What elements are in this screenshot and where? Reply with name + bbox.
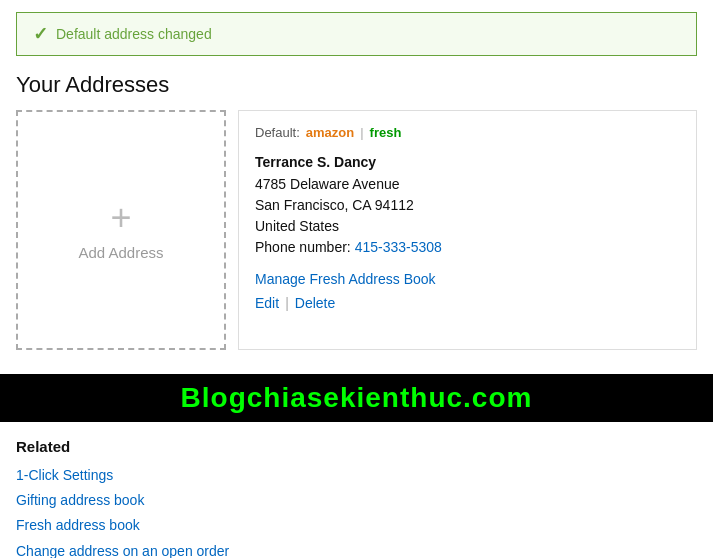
address-actions: Manage Fresh Address Book Edit | Delete	[255, 271, 680, 311]
phone-label: Phone number:	[255, 239, 351, 255]
edit-link[interactable]: Edit	[255, 295, 279, 311]
tab-divider: |	[360, 125, 363, 140]
related-link-gifting[interactable]: Gifting address book	[16, 488, 697, 513]
address-name: Terrance S. Dancy	[255, 154, 680, 170]
amazon-logo-text: amazon	[306, 125, 354, 140]
fresh-tab[interactable]: fresh	[370, 125, 402, 140]
default-tabs-row: Default: amazon | fresh	[255, 125, 680, 140]
related-link-change-order[interactable]: Change address on an open order	[16, 539, 697, 558]
plus-icon: +	[110, 200, 131, 236]
phone-link[interactable]: 415-333-5308	[355, 239, 442, 255]
address-line2: San Francisco, CA 94112	[255, 195, 680, 216]
amazon-tab[interactable]: amazon	[306, 125, 354, 140]
address-cards-container: + Add Address Default: amazon | fresh Te…	[16, 110, 697, 350]
edit-delete-row: Edit | Delete	[255, 295, 680, 311]
address-phone: Phone number: 415-333-5308	[255, 239, 680, 255]
success-message: Default address changed	[56, 26, 212, 42]
delete-link[interactable]: Delete	[295, 295, 335, 311]
related-section: Related 1-Click Settings Gifting address…	[16, 438, 697, 558]
action-pipe: |	[285, 295, 289, 311]
address-detail-card: Default: amazon | fresh Terrance S. Danc…	[238, 110, 697, 350]
related-title: Related	[16, 438, 697, 455]
success-banner: ✓ Default address changed	[16, 12, 697, 56]
page-title: Your Addresses	[16, 72, 697, 98]
address-line1: 4785 Delaware Avenue	[255, 174, 680, 195]
default-label: Default:	[255, 125, 300, 140]
watermark: Blogchiasekienthuc.com	[0, 374, 713, 422]
checkmark-icon: ✓	[33, 23, 48, 45]
related-link-fresh[interactable]: Fresh address book	[16, 513, 697, 538]
manage-fresh-link[interactable]: Manage Fresh Address Book	[255, 271, 680, 287]
address-line3: United States	[255, 216, 680, 237]
related-link-1click[interactable]: 1-Click Settings	[16, 463, 697, 488]
add-address-card[interactable]: + Add Address	[16, 110, 226, 350]
add-address-label: Add Address	[78, 244, 163, 261]
